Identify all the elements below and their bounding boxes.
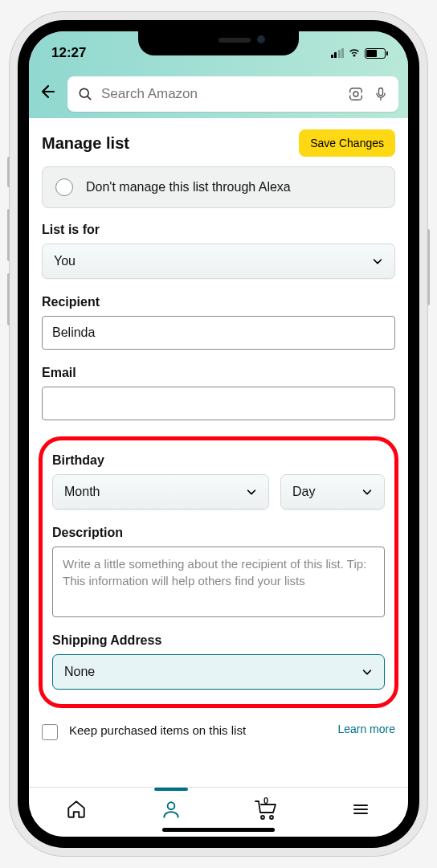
email-label: Email <box>42 366 395 380</box>
chevron-down-icon <box>372 256 383 267</box>
nav-home[interactable] <box>64 797 88 821</box>
list-for-value: You <box>54 254 76 268</box>
list-for-label: List is for <box>42 223 395 237</box>
description-label: Description <box>52 526 385 540</box>
birthday-day-value: Day <box>292 485 315 499</box>
svg-rect-3 <box>349 92 351 96</box>
back-arrow-icon[interactable] <box>39 82 58 107</box>
learn-more-link[interactable]: Learn more <box>337 723 395 735</box>
shipping-value: None <box>64 665 95 679</box>
profile-icon <box>161 799 182 820</box>
description-textarea[interactable]: Write a little something about the recip… <box>52 547 385 617</box>
highlighted-section: Birthday Month Day <box>39 436 398 708</box>
description-field: Description Write a little something abo… <box>52 526 385 617</box>
search-header <box>29 70 408 118</box>
birthday-field: Birthday Month Day <box>52 453 385 510</box>
page-title: Manage list <box>42 134 129 153</box>
cart-count: 0 <box>263 796 268 805</box>
alexa-option[interactable]: Don't manage this list through Alexa <box>42 166 395 208</box>
battery-icon <box>365 48 386 59</box>
chevron-down-icon <box>361 486 373 497</box>
nav-menu[interactable] <box>349 797 373 821</box>
svg-point-7 <box>261 816 264 819</box>
svg-point-6 <box>168 802 175 809</box>
shipping-label: Shipping Address <box>52 633 385 648</box>
mic-icon[interactable] <box>373 86 389 102</box>
svg-rect-1 <box>350 88 362 100</box>
email-input[interactable] <box>42 387 395 420</box>
shipping-select[interactable]: None <box>52 654 385 690</box>
svg-rect-4 <box>361 92 362 96</box>
svg-point-8 <box>270 816 273 819</box>
search-input[interactable] <box>101 86 339 102</box>
chevron-down-icon <box>246 486 257 497</box>
keep-checkbox[interactable] <box>42 724 58 740</box>
recipient-label: Recipient <box>42 295 395 309</box>
save-changes-button[interactable]: Save Changes <box>299 129 395 157</box>
nav-profile[interactable] <box>159 797 183 821</box>
home-indicator[interactable] <box>162 828 275 832</box>
status-icons <box>331 48 386 59</box>
shipping-field: Shipping Address None <box>52 633 385 690</box>
title-row: Manage list Save Changes <box>29 118 408 166</box>
keep-items-row: Keep purchased items on this list Learn … <box>42 718 395 740</box>
recipient-field: Recipient <box>42 295 395 350</box>
wifi-icon <box>348 48 361 58</box>
alexa-label: Don't manage this list through Alexa <box>86 180 291 194</box>
svg-point-2 <box>353 92 358 96</box>
radio-icon[interactable] <box>55 178 73 196</box>
keep-label: Keep purchased items on this list <box>69 723 326 739</box>
birthday-label: Birthday <box>52 453 385 468</box>
list-for-select[interactable]: You <box>42 244 395 279</box>
lens-icon[interactable] <box>347 85 365 103</box>
home-icon <box>66 799 87 820</box>
list-for-field: List is for You <box>42 223 395 279</box>
signal-icon <box>331 48 345 58</box>
nav-cart[interactable]: 0 <box>254 797 278 821</box>
menu-icon <box>351 800 370 819</box>
birthday-month-select[interactable]: Month <box>52 474 269 510</box>
recipient-input[interactable] <box>42 316 395 350</box>
birthday-day-select[interactable]: Day <box>280 474 385 510</box>
status-time: 12:27 <box>51 45 86 61</box>
chevron-down-icon <box>361 666 373 678</box>
birthday-month-value: Month <box>64 485 100 499</box>
search-icon <box>77 86 93 102</box>
svg-rect-5 <box>379 88 383 96</box>
search-box[interactable] <box>67 76 398 112</box>
email-field: Email <box>42 366 395 420</box>
